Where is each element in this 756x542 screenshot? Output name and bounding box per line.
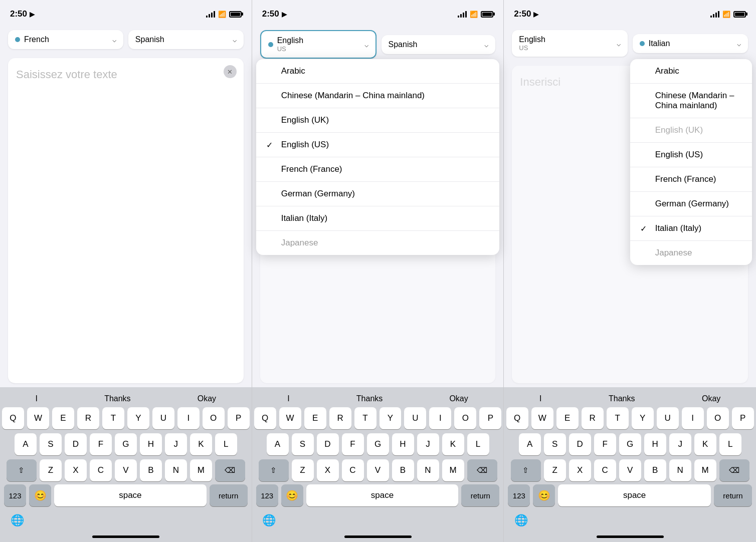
- key-m-1[interactable]: M: [190, 459, 212, 481]
- key-shift-3[interactable]: ⇧: [511, 459, 541, 481]
- key-h-2[interactable]: H: [392, 433, 414, 455]
- pred-word-3-3[interactable]: Okay: [702, 394, 720, 403]
- key-c-2[interactable]: C: [342, 459, 364, 481]
- key-h-3[interactable]: H: [644, 433, 666, 455]
- dropdown-item-french-3[interactable]: French (France): [630, 167, 752, 192]
- key-a-1[interactable]: A: [15, 433, 37, 455]
- key-e-1[interactable]: E: [52, 407, 74, 429]
- key-e-3[interactable]: E: [556, 407, 579, 429]
- key-g-1[interactable]: G: [115, 433, 137, 455]
- key-u-2[interactable]: U: [404, 407, 426, 429]
- key-d-2[interactable]: D: [317, 433, 339, 455]
- key-n-2[interactable]: N: [417, 459, 439, 481]
- key-q-3[interactable]: Q: [506, 407, 528, 429]
- key-n-1[interactable]: N: [165, 459, 187, 481]
- key-l-1[interactable]: L: [215, 433, 237, 455]
- translation-area-1[interactable]: Saisissez votre texte ✕: [8, 58, 244, 383]
- key-v-1[interactable]: V: [115, 459, 137, 481]
- key-i-1[interactable]: I: [177, 407, 200, 429]
- key-del-3[interactable]: ⌫: [719, 459, 749, 481]
- key-space-3[interactable]: space: [558, 484, 711, 506]
- key-h-1[interactable]: H: [140, 433, 162, 455]
- dropdown-item-german-3[interactable]: German (Germany): [630, 192, 752, 216]
- key-v-3[interactable]: V: [619, 459, 641, 481]
- key-l-3[interactable]: L: [719, 433, 741, 455]
- key-b-3[interactable]: B: [644, 459, 666, 481]
- key-b-2[interactable]: B: [392, 459, 414, 481]
- dropdown-item-arabic-2[interactable]: Arabic: [256, 59, 500, 84]
- pred-word-3-1[interactable]: I: [539, 394, 541, 403]
- pred-word-2-2[interactable]: Thanks: [356, 394, 383, 403]
- pred-word-2-1[interactable]: I: [287, 394, 289, 403]
- key-x-3[interactable]: X: [569, 459, 591, 481]
- key-x-1[interactable]: X: [65, 459, 87, 481]
- key-o-1[interactable]: O: [203, 407, 225, 429]
- key-i-2[interactable]: I: [429, 407, 451, 429]
- key-y-2[interactable]: Y: [380, 407, 402, 429]
- dropdown-item-italian-3[interactable]: ✓ Italian (Italy): [630, 216, 752, 241]
- key-z-3[interactable]: Z: [544, 459, 566, 481]
- key-r-2[interactable]: R: [329, 407, 351, 429]
- key-del-2[interactable]: ⌫: [467, 459, 497, 481]
- key-p-1[interactable]: P: [228, 407, 250, 429]
- key-r-1[interactable]: R: [77, 407, 99, 429]
- key-t-2[interactable]: T: [354, 407, 376, 429]
- key-d-1[interactable]: D: [65, 433, 87, 455]
- key-123-1[interactable]: 123: [4, 484, 26, 506]
- key-emoji-3[interactable]: 😊: [533, 484, 555, 506]
- lang-to-btn-3[interactable]: Italian ⌵: [633, 34, 748, 53]
- key-s-1[interactable]: S: [40, 433, 62, 455]
- key-t-1[interactable]: T: [102, 407, 124, 429]
- lang-from-btn-3[interactable]: English US ⌵: [512, 30, 627, 57]
- key-n-3[interactable]: N: [669, 459, 691, 481]
- key-f-1[interactable]: F: [90, 433, 112, 455]
- key-return-3[interactable]: return: [714, 484, 752, 506]
- key-l-2[interactable]: L: [467, 433, 489, 455]
- key-b-1[interactable]: B: [140, 459, 162, 481]
- key-w-1[interactable]: W: [27, 407, 49, 429]
- key-z-2[interactable]: Z: [292, 459, 314, 481]
- key-x-2[interactable]: X: [317, 459, 339, 481]
- dropdown-item-enguk-3[interactable]: English (UK): [630, 118, 752, 143]
- key-y-3[interactable]: Y: [632, 407, 654, 429]
- dropdown-item-chinese-2[interactable]: Chinese (Mandarin – China mainland): [256, 84, 500, 108]
- key-j-3[interactable]: J: [669, 433, 691, 455]
- key-w-3[interactable]: W: [531, 407, 553, 429]
- pred-word-1-2[interactable]: Thanks: [104, 394, 130, 403]
- key-i-3[interactable]: I: [682, 407, 704, 429]
- dropdown-item-arabic-3[interactable]: Arabic: [630, 59, 752, 84]
- key-t-3[interactable]: T: [607, 407, 629, 429]
- key-space-2[interactable]: space: [306, 484, 459, 506]
- dropdown-item-japanese-2[interactable]: Japanese: [256, 231, 500, 255]
- pred-word-1-3[interactable]: Okay: [198, 394, 216, 403]
- key-123-2[interactable]: 123: [256, 484, 278, 506]
- key-c-1[interactable]: C: [90, 459, 112, 481]
- key-u-1[interactable]: U: [152, 407, 174, 429]
- dropdown-item-french-2[interactable]: French (France): [256, 157, 500, 182]
- key-emoji-2[interactable]: 😊: [281, 484, 303, 506]
- key-q-1[interactable]: Q: [2, 407, 24, 429]
- key-u-3[interactable]: U: [657, 407, 679, 429]
- globe-btn-2[interactable]: 🌐: [258, 509, 280, 531]
- key-z-1[interactable]: Z: [40, 459, 62, 481]
- key-a-3[interactable]: A: [519, 433, 541, 455]
- key-s-2[interactable]: S: [292, 433, 314, 455]
- key-o-2[interactable]: O: [454, 407, 476, 429]
- key-g-2[interactable]: G: [367, 433, 389, 455]
- globe-btn-3[interactable]: 🌐: [510, 509, 532, 531]
- key-f-3[interactable]: F: [594, 433, 616, 455]
- key-shift-2[interactable]: ⇧: [259, 459, 289, 481]
- key-k-3[interactable]: K: [694, 433, 716, 455]
- key-k-1[interactable]: K: [190, 433, 212, 455]
- dropdown-item-chinese-3[interactable]: Chinese (Mandarin – China mainland): [630, 84, 752, 118]
- key-123-3[interactable]: 123: [508, 484, 530, 506]
- key-p-2[interactable]: P: [479, 407, 501, 429]
- key-space-1[interactable]: space: [54, 484, 207, 506]
- dropdown-item-italian-2[interactable]: Italian (Italy): [256, 206, 500, 231]
- key-shift-1[interactable]: ⇧: [7, 459, 37, 481]
- dropdown-item-german-2[interactable]: German (Germany): [256, 182, 500, 206]
- key-return-1[interactable]: return: [210, 484, 248, 506]
- lang-to-btn-2[interactable]: Spanish ⌵: [382, 35, 496, 54]
- key-return-2[interactable]: return: [461, 484, 499, 506]
- pred-word-1-1[interactable]: I: [36, 394, 38, 403]
